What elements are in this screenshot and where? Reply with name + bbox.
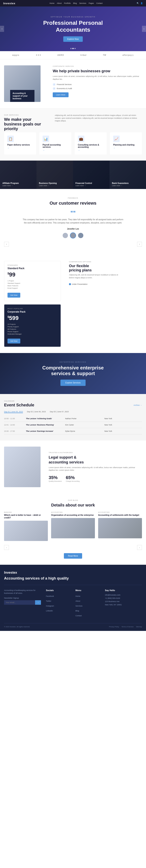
footer-columns: Accounting & bookkeeping services for bu… [4, 589, 142, 618]
search-icon[interactable]: 🔍 [137, 2, 139, 4]
programs-section: Affiliate Program Learn more → Business … [0, 161, 146, 189]
review-avatars [4, 232, 142, 239]
footer-terms-link[interactable]: Terms of Service [121, 626, 134, 628]
nav-contact[interactable]: Contact [96, 2, 103, 4]
nav-services[interactable]: Services [79, 2, 86, 4]
schedule-speaker-2: Dylan Byrne [65, 430, 103, 432]
detail-card-2: ACCOUNTING Accounting of settlements wit… [98, 512, 142, 541]
detail-card-0: BANKING Which card is better to have – d… [4, 512, 48, 541]
hero-dot-1[interactable] [70, 48, 72, 49]
footer-sitemap-link[interactable]: Sitemap [136, 626, 142, 628]
avatar-3[interactable] [78, 232, 84, 239]
archive-link[interactable]: Archive → [134, 404, 142, 406]
review-navigation: ‹ › [4, 242, 142, 247]
nav-blog[interactable]: Blog [73, 2, 77, 4]
legal-description: Lorem ipsum dolor sit amet, consectetur … [49, 466, 142, 472]
corporate-feature-1: ✓ Financial Services [53, 83, 142, 86]
user-icon[interactable]: 👤 [141, 2, 143, 4]
hero-cta-button[interactable]: Explore Now [63, 36, 83, 42]
nav-about[interactable]: About [57, 2, 62, 4]
details-next-button[interactable]: › [137, 545, 142, 550]
program-card-1[interactable]: Business Opening Learn more → [36, 161, 73, 189]
plan-btn-corporate[interactable]: Get Now [7, 339, 20, 343]
hero-dot-2[interactable] [72, 48, 74, 49]
schedule-date-0[interactable]: Day 01 | June 05, 2023 [4, 411, 23, 413]
check-icon-2: ✓ [53, 87, 56, 90]
service-arrow-1[interactable]: → [43, 149, 68, 151]
enterprise-section-label: ENTERPRISE SERVICES [4, 361, 142, 363]
details-section: OUR BLOG Details about our work BANKING … [0, 493, 146, 565]
footer-city: New York, NY 10001 [105, 604, 142, 606]
footer-email-input[interactable] [4, 600, 35, 605]
detail-card-image-2 [98, 518, 142, 538]
enterprise-cta-button[interactable]: Explore Services [61, 380, 85, 386]
service-card-1: 📊 Payroll accounting services → [39, 132, 71, 154]
footer-social-linkedin[interactable]: LinkedIn [46, 609, 71, 612]
plan-btn-standard[interactable]: Get Now [7, 293, 20, 298]
schedule-date-1[interactable]: Day 02 | June 06, 2023 [27, 411, 46, 413]
footer-newsletter-submit[interactable]: → [35, 600, 41, 605]
footer-social-instagram[interactable]: Instagram [46, 604, 71, 607]
schedule-dates: Day 01 | June 05, 2023 Day 02 | June 06,… [4, 411, 142, 413]
service-card-0: 📋 Paper delivery services → [4, 132, 36, 154]
schedule-header: Event Schedule Archive → [4, 403, 142, 407]
details-prev-button[interactable]: ‹ [4, 545, 9, 550]
schedule-row-0: 10:00 - 11:00 The Lecture 'Achieving Goa… [4, 415, 142, 422]
schedule-date-2[interactable]: Day 03 | June 07, 2023 [50, 411, 69, 413]
pricing-card-corporate: MOST POPULAR Corporate Pack $599 10 Proj… [4, 304, 61, 347]
pricing-option-1[interactable]: Under Presentation [69, 283, 87, 285]
review-prev-button[interactable]: ‹ [4, 242, 9, 247]
nav-portfolio[interactable]: Portfolio [64, 2, 71, 4]
corporate-learn-more-button[interactable]: Learn More [53, 92, 69, 97]
program-desc-1: Learn more → [39, 185, 57, 187]
enterprise-title: Comprehensive enterpriseservices & suppo… [4, 365, 142, 376]
hero-prev-button[interactable]: ‹ [0, 26, 4, 32]
hero-dots [70, 48, 76, 49]
footer-menu-about[interactable]: About [75, 599, 100, 602]
brand-aero: AERO [58, 54, 64, 56]
nav-pages[interactable]: Pages [88, 2, 94, 4]
corporate-overlay-card: Accounting & support of your business [10, 90, 34, 102]
footer-menu-services[interactable]: Services [75, 604, 100, 607]
program-content-1: Business Opening Learn more → [39, 182, 57, 187]
footer-social-facebook[interactable]: Facebook [46, 594, 71, 598]
details-read-more-button[interactable]: Read More [64, 553, 82, 559]
nav-home[interactable]: Home [49, 2, 54, 4]
plan-feature-c2: All Features [7, 328, 58, 330]
footer-privacy-link[interactable]: Privacy Policy [109, 626, 119, 628]
schedule-event-2: The Lecture 'Earnings Increase' [26, 430, 64, 432]
footer-menu-home[interactable]: Home [75, 594, 100, 598]
detail-card-image-0 [4, 521, 48, 541]
review-next-button[interactable]: › [137, 242, 142, 247]
service-arrow-0[interactable]: → [7, 147, 33, 149]
program-card-0[interactable]: Affiliate Program Learn more → [0, 161, 36, 189]
avatar-1[interactable] [62, 232, 68, 239]
schedule-time-1: 12:01 - 14:00 [4, 424, 24, 426]
avatar-2[interactable] [70, 232, 76, 239]
schedule-time-0: 10:00 - 11:00 [4, 417, 24, 420]
hero-subtitle: OPTIMIZE YOUR BUSINESS GROWTH [43, 16, 103, 18]
program-card-3[interactable]: Bank Guarantees Learn more → [110, 161, 146, 189]
footer-menu-blog[interactable]: Blog [75, 609, 100, 612]
pricing-description: Adipiscing elit, sed do eiusmod tempor i… [69, 274, 120, 279]
service-arrow-3[interactable]: → [113, 147, 139, 149]
hero-dot-3[interactable] [74, 48, 76, 49]
brands-section: wpgro ✦✦✦ AERO tribal TM afterpay◇ [0, 51, 146, 59]
service-name-2: Consulting services & accounting [78, 144, 103, 148]
footer-menu-contact[interactable]: Contact [75, 614, 100, 617]
service-arrow-2[interactable]: → [78, 149, 103, 151]
hero-next-button[interactable]: › [142, 26, 146, 32]
corporate-description: Lorem ipsum dolor sit amet, consectetur … [53, 75, 142, 81]
footer-social-twitter[interactable]: Twitter [46, 599, 71, 602]
schedule-row-2: 15:00 - 17:00 The Lecture 'Earnings Incr… [4, 428, 142, 434]
stat-label-1: Charge Accounting [66, 480, 79, 482]
schedule-section: CALENDAR Event Schedule Archive → Day 01… [0, 394, 146, 440]
program-card-2[interactable]: Financial Control Learn more → [73, 161, 110, 189]
detail-card-image-1 [51, 518, 95, 538]
services-description: Adipiscing elit, sed do eiusmod tempor i… [55, 114, 142, 122]
brand-wpgro: wpgro [12, 54, 19, 56]
footer: Investex Accounting services of a high q… [0, 565, 146, 631]
footer-col-contact: Say Hello info@investex.com +1 (800) 555… [105, 589, 142, 618]
schedule-event-0: The Lecture 'Achieving Goals' [26, 417, 64, 420]
footer-brand: Investex Accounting services of a high q… [4, 571, 142, 581]
